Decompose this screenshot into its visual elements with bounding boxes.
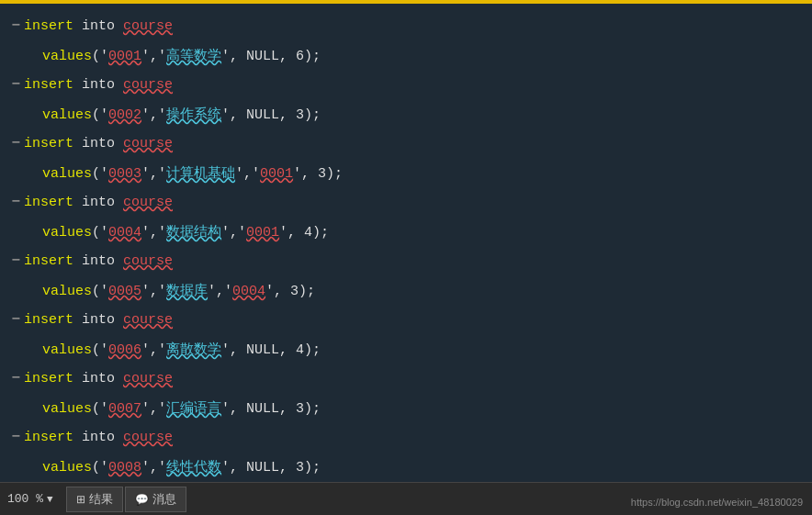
code-line: values('0008','线性代数', NULL, 3); <box>0 452 812 481</box>
code-text: values('0002','操作系统', NULL, 3); <box>42 106 321 123</box>
code-token: into <box>82 136 123 151</box>
code-token: insert <box>24 253 82 269</box>
code-token: ', NULL, 4); <box>221 342 321 358</box>
code-token: values <box>42 225 92 241</box>
code-text: values('0003','计算机基础','0001', 3); <box>42 164 343 182</box>
tab-item[interactable]: 💬消息 <box>125 487 186 512</box>
bottom-bar: 100 % ▼ ⊞结果💬消息 https://blog.csdn.net/wei… <box>0 482 812 515</box>
code-token: values <box>42 401 92 417</box>
code-token: ',' <box>141 107 166 123</box>
code-token: ',' <box>141 284 166 299</box>
collapse-icon[interactable]: − <box>11 135 20 151</box>
code-token: course <box>123 430 173 445</box>
code-token: 操作系统 <box>166 107 221 123</box>
code-token: insert <box>24 371 82 386</box>
code-text: values('0006','离散数学', NULL, 4); <box>42 341 321 358</box>
line-gutter: − <box>4 429 24 445</box>
code-line: values('0006','离散数学', NULL, 4); <box>0 334 812 364</box>
line-gutter: − <box>4 252 24 269</box>
tab-item[interactable]: ⊞结果 <box>66 487 123 512</box>
code-line: −insert into course <box>0 305 812 334</box>
code-line: −insert into course <box>0 422 812 452</box>
code-token: ', NULL, 3); <box>221 401 321 417</box>
code-token: ',' <box>235 166 260 182</box>
tab-bar: ⊞结果💬消息 <box>66 487 186 512</box>
code-token: 0005 <box>108 284 141 299</box>
code-token: (' <box>92 342 108 358</box>
code-text: insert into course <box>24 253 173 269</box>
code-token: into <box>82 18 123 34</box>
code-token: course <box>123 312 173 328</box>
code-token: ',' <box>208 284 232 299</box>
code-token: into <box>82 312 123 328</box>
code-token: course <box>123 253 173 269</box>
code-token: 0001 <box>108 49 141 64</box>
code-token: (' <box>92 460 108 476</box>
watermark: https://blog.csdn.net/weixin_48180029 <box>631 497 803 508</box>
code-line: −insert into course <box>0 11 812 40</box>
tab-icon: ⊞ <box>76 493 85 506</box>
code-token: into <box>82 195 123 210</box>
code-text: values('0001','高等数学', NULL, 6); <box>42 47 321 64</box>
code-token: values <box>42 166 92 182</box>
zoom-down-arrow[interactable]: ▼ <box>45 494 55 505</box>
code-token: values <box>42 460 92 476</box>
line-gutter: − <box>4 76 24 93</box>
line-gutter: − <box>4 135 24 151</box>
code-token: (' <box>92 225 108 241</box>
code-line: values('0007','汇编语言', NULL, 3); <box>0 393 812 422</box>
code-token: course <box>123 371 173 386</box>
code-token: 汇编语言 <box>166 401 221 417</box>
collapse-icon[interactable]: − <box>11 370 20 386</box>
code-token: 0001 <box>260 166 293 182</box>
zoom-label: 100 % <box>7 492 43 506</box>
zoom-controls: 100 % ▼ <box>7 492 55 506</box>
code-token: 数据结构 <box>166 225 221 241</box>
code-token: 0008 <box>108 460 141 476</box>
collapse-icon[interactable]: − <box>11 194 20 210</box>
code-token: insert <box>24 18 82 34</box>
collapse-icon[interactable]: − <box>11 311 20 328</box>
code-token: values <box>42 284 92 299</box>
code-area[interactable]: −insert into coursevalues('0001','高等数学',… <box>0 4 812 482</box>
line-gutter: − <box>4 370 24 386</box>
code-text: insert into course <box>24 312 173 328</box>
collapse-icon[interactable]: − <box>11 252 20 269</box>
code-token: course <box>123 18 173 34</box>
collapse-icon[interactable]: − <box>11 17 20 34</box>
collapse-icon[interactable]: − <box>11 429 20 445</box>
code-text: insert into course <box>24 430 173 445</box>
code-token: 离散数学 <box>166 342 221 358</box>
code-token: ',' <box>141 342 166 358</box>
code-line: values('0001','高等数学', NULL, 6); <box>0 40 812 70</box>
code-text: insert into course <box>24 195 173 210</box>
tab-label: 结果 <box>89 491 113 508</box>
code-line: values('0002','操作系统', NULL, 3); <box>0 99 812 129</box>
code-token: into <box>82 371 123 386</box>
line-gutter: − <box>4 311 24 328</box>
code-token: ',' <box>141 401 166 417</box>
code-token: values <box>42 342 92 358</box>
code-token: ',' <box>141 166 166 182</box>
code-text: values('0004','数据结构','0001', 4); <box>42 223 329 241</box>
code-text: insert into course <box>24 136 173 151</box>
code-token: into <box>82 77 123 93</box>
code-token: (' <box>92 107 108 123</box>
code-token: ', 3); <box>265 284 315 299</box>
code-token: 线性代数 <box>166 460 221 476</box>
editor-container: −insert into coursevalues('0001','高等数学',… <box>0 0 812 515</box>
code-token: insert <box>24 430 82 445</box>
code-token: insert <box>24 136 82 151</box>
code-token: ',' <box>141 225 166 241</box>
code-token: 数据库 <box>166 284 208 299</box>
code-token: into <box>82 430 123 445</box>
code-token: 0002 <box>108 107 141 123</box>
code-line: values('0005','数据库','0004', 3); <box>0 275 812 305</box>
collapse-icon[interactable]: − <box>11 76 20 93</box>
line-gutter: − <box>4 194 24 210</box>
code-token: 计算机基础 <box>166 166 235 182</box>
code-token: ', 4); <box>279 225 329 241</box>
tab-label: 消息 <box>152 491 176 508</box>
code-token: course <box>123 77 173 93</box>
code-token: (' <box>92 166 108 182</box>
